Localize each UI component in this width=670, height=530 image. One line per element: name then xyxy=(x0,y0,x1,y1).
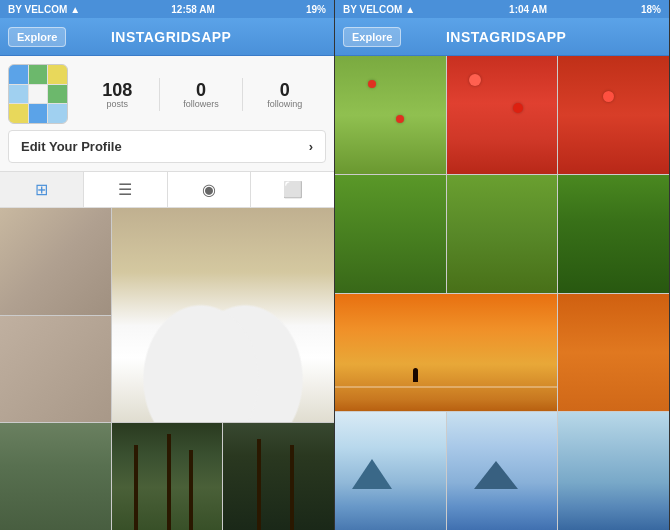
tree-1 xyxy=(134,445,138,530)
tab-list[interactable]: ☰ xyxy=(84,172,168,207)
status-left: BY VELCOM ▲ xyxy=(8,4,80,15)
wifi-icon: ▲ xyxy=(70,4,80,15)
right-phone: BY VELCOM ▲ 1:04 AM 18% Explore INSTAGRI… xyxy=(335,0,670,530)
nav-bar-left: Explore INSTAGRIDSAPP xyxy=(0,18,334,56)
tab-map[interactable]: ◉ xyxy=(168,172,252,207)
followers-label: followers xyxy=(164,99,239,109)
posts-label: posts xyxy=(80,99,155,109)
grid-cell-r6[interactable] xyxy=(558,175,669,293)
avatar-cell-8 xyxy=(29,104,48,123)
photo-grid-right xyxy=(335,56,669,530)
explore-button-left[interactable]: Explore xyxy=(8,27,66,47)
poppy-2 xyxy=(396,115,404,123)
followers-stat: 0 followers xyxy=(160,78,244,111)
tab-profile[interactable]: ⬜ xyxy=(251,172,334,207)
grid-cell-1[interactable] xyxy=(0,208,111,315)
chevron-right-icon: › xyxy=(309,139,313,154)
grid-cell-mountain1[interactable] xyxy=(335,412,446,530)
avatar-cell-9 xyxy=(48,104,67,123)
grid-cell-sunset-r[interactable] xyxy=(558,294,669,412)
tree-2 xyxy=(167,434,171,530)
mountain-peak-2 xyxy=(474,461,518,489)
avatar-cell-2 xyxy=(29,65,48,84)
following-label: following xyxy=(247,99,322,109)
battery-label-right: 18% xyxy=(641,4,661,15)
poppy-big-2 xyxy=(513,103,523,113)
tree-3 xyxy=(189,450,193,530)
water-horizon xyxy=(335,386,557,388)
grid-cell-forest2[interactable] xyxy=(112,423,223,530)
sneaker-image xyxy=(112,208,334,422)
status-right: 19% xyxy=(306,4,326,15)
tab-grid[interactable]: ⊞ xyxy=(0,172,84,207)
tab-bar-left: ⊞ ☰ ◉ ⬜ xyxy=(0,172,334,208)
explore-button-right[interactable]: Explore xyxy=(343,27,401,47)
location-icon: ◉ xyxy=(202,180,216,199)
grid-cell-r5[interactable] xyxy=(447,175,558,293)
avatar-cell-6 xyxy=(48,85,67,104)
following-count: 0 xyxy=(247,80,322,101)
poppy-big-1 xyxy=(469,74,481,86)
edit-profile-label: Edit Your Profile xyxy=(21,139,122,154)
profile-row: 108 posts 0 followers 0 following xyxy=(8,64,326,124)
avatar-cell-1 xyxy=(9,65,28,84)
edit-profile-button[interactable]: Edit Your Profile › xyxy=(8,130,326,163)
tree-4 xyxy=(257,439,261,530)
avatar-cell-5 xyxy=(29,85,48,104)
avatar-cell-3 xyxy=(48,65,67,84)
grid-cell-r3[interactable] xyxy=(558,56,669,174)
posts-count: 108 xyxy=(80,80,155,101)
status-right-right: 18% xyxy=(641,4,661,15)
grid-cell-sunset[interactable] xyxy=(335,294,557,412)
grid-cell-forest1[interactable] xyxy=(0,423,111,530)
poppy-big-3 xyxy=(603,91,614,102)
person-silhouette xyxy=(413,368,418,382)
grid-icon: ⊞ xyxy=(35,180,48,199)
following-stat: 0 following xyxy=(243,78,326,111)
stats-row: 108 posts 0 followers 0 following xyxy=(76,78,326,111)
left-phone: BY VELCOM ▲ 12:58 AM 19% Explore INSTAGR… xyxy=(0,0,335,530)
status-bar-right: BY VELCOM ▲ 1:04 AM 18% xyxy=(335,0,669,18)
followers-count: 0 xyxy=(164,80,239,101)
wifi-icon-right: ▲ xyxy=(405,4,415,15)
grid-cell-forest3[interactable] xyxy=(223,423,334,530)
carrier-label: BY VELCOM xyxy=(8,4,67,15)
app-title-left: INSTAGRIDSAPP xyxy=(66,29,276,45)
mountain-peak-1 xyxy=(352,459,392,489)
list-icon: ☰ xyxy=(118,180,132,199)
grid-cell-mountain3[interactable] xyxy=(558,412,669,530)
poppy-1 xyxy=(368,80,376,88)
grid-cell-r1[interactable] xyxy=(335,56,446,174)
avatar-cell-4 xyxy=(9,85,28,104)
grid-cell-sneakers[interactable] xyxy=(112,208,334,422)
battery-label: 19% xyxy=(306,4,326,15)
grid-cell-r2[interactable] xyxy=(447,56,558,174)
tree-5 xyxy=(290,445,294,530)
status-bar-left: BY VELCOM ▲ 12:58 AM 19% xyxy=(0,0,334,18)
grid-cell-r4[interactable] xyxy=(335,175,446,293)
photo-grid-left xyxy=(0,208,334,530)
app-title-right: INSTAGRIDSAPP xyxy=(401,29,611,45)
time-label-right: 1:04 AM xyxy=(509,4,547,15)
person-icon: ⬜ xyxy=(283,180,303,199)
avatar-cell-7 xyxy=(9,104,28,123)
posts-stat: 108 posts xyxy=(76,78,160,111)
grid-cell-2[interactable] xyxy=(0,316,111,423)
avatar xyxy=(8,64,68,124)
time-label: 12:58 AM xyxy=(171,4,215,15)
status-left-right: BY VELCOM ▲ xyxy=(343,4,415,15)
nav-bar-right: Explore INSTAGRIDSAPP xyxy=(335,18,669,56)
grid-cell-mountain2[interactable] xyxy=(447,412,558,530)
profile-section: 108 posts 0 followers 0 following Edit Y… xyxy=(0,56,334,172)
carrier-label-right: BY VELCOM xyxy=(343,4,402,15)
